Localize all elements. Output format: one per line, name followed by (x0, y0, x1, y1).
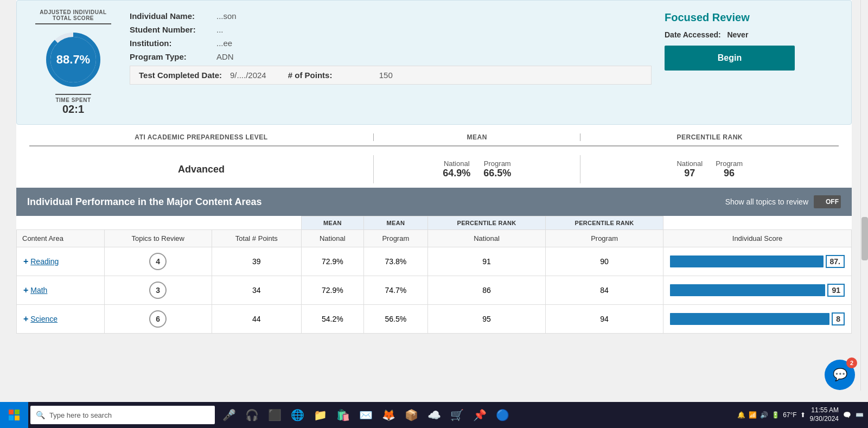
individual-name-label: Individual Name: (130, 11, 216, 21)
begin-button[interactable]: Begin (665, 46, 795, 71)
individual-score-cell: 87. (663, 247, 852, 276)
perf-toggle-area[interactable]: Show all topics to review OFF (725, 195, 841, 208)
total-points-cell: 39 (212, 247, 301, 276)
mean-national-label: National (443, 159, 470, 168)
taskbar-dropbox-icon[interactable]: 📦 (401, 405, 421, 425)
institution-row: Institution: ...ee (130, 39, 652, 48)
th-national-pct: National (427, 230, 545, 247)
total-points-cell: 34 (212, 276, 301, 305)
taskbar-mail-icon[interactable]: ✉️ (356, 405, 375, 425)
content-area-cell[interactable]: + Reading (17, 247, 105, 276)
test-completed-label: Test Completed Date: (139, 71, 226, 80)
clock-time: 11:55 AM (810, 406, 839, 415)
taskbar-folder-icon[interactable]: 📁 (310, 405, 330, 425)
scrollbar-thumb[interactable] (861, 217, 868, 260)
expand-icon[interactable]: + (23, 314, 28, 323)
taskbar-edge-icon[interactable]: 🌐 (288, 405, 307, 425)
individual-name-row: Individual Name: ...son (130, 11, 652, 21)
individual-score-cell: 8 (663, 305, 852, 334)
national-mean-cell: 54.2% (302, 305, 364, 334)
clock[interactable]: 11:55 AM 9/30/2024 (810, 406, 839, 423)
score-bar-container: 8 (670, 312, 845, 325)
taskbar-microphone-icon[interactable]: 🎤 (219, 405, 239, 425)
toggle-off-label: OFF (826, 198, 839, 206)
svg-rect-5 (9, 416, 14, 420)
time-spent-label: TIME SPENT (55, 94, 91, 103)
scrollbar[interactable] (860, 0, 868, 391)
score-box: 87. (826, 255, 845, 268)
num-points-label: # of Points: (288, 71, 375, 80)
prep-percentile-data: National 97 Program 96 (580, 155, 839, 183)
taskbar: 🔍 Type here to search 🎤 🎧 ⬛ 🌐 📁 🛍️ ✉️ 🦊 … (0, 402, 868, 428)
taskbar-taskview-icon[interactable]: ⬛ (265, 405, 284, 425)
svg-rect-4 (15, 410, 20, 414)
mean-national-col: National 64.9% (443, 159, 470, 179)
content-area-link[interactable]: Reading (30, 257, 59, 266)
expand-icon[interactable]: + (23, 257, 28, 266)
score-circle: 88.7% (43, 30, 103, 90)
taskbar-search-icon: 🔍 (36, 411, 45, 419)
taskbar-firefox-icon[interactable]: 🦊 (379, 405, 398, 425)
taskbar-chrome-icon[interactable]: 🔵 (493, 405, 512, 425)
top-card: ADJUSTED INDIVIDUAL TOTAL SCORE 88.7% TI… (16, 0, 852, 125)
pct-program-label: Program (716, 159, 743, 168)
student-number-value: ... (216, 25, 224, 34)
program-mean-cell: 74.7% (363, 276, 427, 305)
time-spent-value: 02:1 (55, 103, 91, 116)
performance-table: MEAN MEAN PERCENTILE RANK PERCENTILE RAN… (16, 216, 852, 334)
test-completed-value: 9/..../2024 (230, 71, 266, 80)
test-completed-row: Test Completed Date: 9/..../2024 (139, 71, 266, 80)
prep-header-row: ATI ACADEMIC PREPAREDNESS LEVEL MEAN PER… (29, 133, 839, 146)
table-row: + Reading 4 39 72.9% 73.8% 91 90 87. (17, 247, 852, 276)
student-number-row: Student Number: ... (130, 25, 652, 34)
content-area-cell[interactable]: + Math (17, 276, 105, 305)
program-mean-cell: 73.8% (363, 247, 427, 276)
pct-national-label: National (676, 159, 703, 168)
pct-national-value: 97 (676, 168, 703, 179)
program-type-value: ADN (216, 52, 234, 61)
battery-icon[interactable]: 🔋 (771, 411, 780, 419)
toggle-switch[interactable]: OFF (814, 195, 841, 208)
individual-name-value: ...son (216, 11, 237, 21)
national-pct-cell: 95 (427, 305, 545, 334)
content-area-cell[interactable]: + Science (17, 305, 105, 334)
national-pct-cell: 86 (427, 276, 545, 305)
taskbar-red-icon[interactable]: 📌 (470, 405, 489, 425)
national-mean-cell: 72.9% (302, 276, 364, 305)
taskbar-search-box[interactable]: 🔍 Type here to search (30, 406, 215, 424)
toggle-track[interactable]: OFF (814, 195, 841, 208)
expand-icon[interactable]: + (23, 285, 28, 295)
notification-icon[interactable]: 🔔 (737, 411, 745, 419)
up-arrow-icon[interactable]: ⬆ (800, 411, 806, 419)
preparedness-section: ATI ACADEMIC PREPAREDNESS LEVEL MEAN PER… (16, 125, 852, 188)
score-box: 91 (827, 284, 845, 297)
taskbar-headphones-icon[interactable]: 🎧 (242, 405, 261, 425)
th-pct-program: PERCENTILE RANK (546, 216, 663, 230)
th-empty-2 (663, 216, 852, 230)
content-area-link[interactable]: Math (30, 286, 47, 295)
taskbar-search-text: Type here to search (49, 411, 112, 419)
taskbar-notification-bell[interactable]: 🗨️ (843, 411, 851, 419)
focused-review-section: Focused Review Date Accessed: Never Begi… (665, 9, 838, 71)
temperature-display: 67°F (783, 411, 796, 419)
program-pct-cell: 90 (546, 247, 663, 276)
content-area-link[interactable]: Science (30, 315, 58, 323)
start-button[interactable] (0, 402, 28, 428)
pct-national-col: National 97 (676, 159, 703, 179)
prep-mean-data: National 64.9% Program 66.5% (373, 155, 580, 183)
prep-mean-header: MEAN (373, 133, 580, 141)
th-individual-score: Individual Score (663, 230, 852, 247)
pct-program-col: Program 96 (716, 159, 743, 179)
topics-to-review-cell: 6 (104, 305, 212, 334)
chat-bubble[interactable]: 💬 2 (825, 360, 855, 390)
volume-icon[interactable]: 🔊 (760, 411, 768, 419)
performance-section: Individual Performance in the Major Cont… (16, 188, 852, 334)
col-header-row: Content Area Topics to Review Total # Po… (17, 230, 852, 247)
num-points-row: # of Points: 150 (288, 71, 393, 80)
network-icon[interactable]: 📶 (749, 411, 757, 419)
taskbar-language-icon[interactable]: ⌨️ (856, 411, 864, 419)
taskbar-cloud-icon[interactable]: ☁️ (424, 405, 444, 425)
perf-tbody: + Reading 4 39 72.9% 73.8% 91 90 87. + M… (17, 247, 852, 334)
taskbar-store-icon[interactable]: 🛍️ (333, 405, 353, 425)
taskbar-amazon-icon[interactable]: 🛒 (447, 405, 467, 425)
